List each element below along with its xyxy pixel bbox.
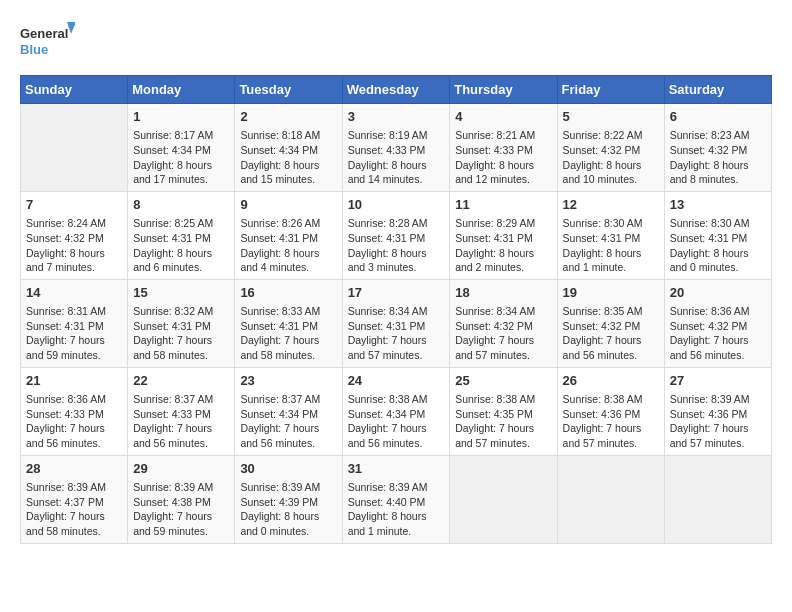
calendar-cell: 30Sunrise: 8:39 AM Sunset: 4:39 PM Dayli…	[235, 455, 342, 543]
day-info: Sunrise: 8:39 AM Sunset: 4:37 PM Dayligh…	[26, 480, 122, 539]
calendar-week-row: 14Sunrise: 8:31 AM Sunset: 4:31 PM Dayli…	[21, 279, 772, 367]
day-info: Sunrise: 8:26 AM Sunset: 4:31 PM Dayligh…	[240, 216, 336, 275]
day-number: 26	[563, 372, 659, 390]
calendar-cell: 22Sunrise: 8:37 AM Sunset: 4:33 PM Dayli…	[128, 367, 235, 455]
logo-svg: General Blue	[20, 20, 75, 65]
calendar-week-row: 21Sunrise: 8:36 AM Sunset: 4:33 PM Dayli…	[21, 367, 772, 455]
day-number: 20	[670, 284, 766, 302]
day-info: Sunrise: 8:21 AM Sunset: 4:33 PM Dayligh…	[455, 128, 551, 187]
calendar-cell: 17Sunrise: 8:34 AM Sunset: 4:31 PM Dayli…	[342, 279, 450, 367]
calendar-week-row: 1Sunrise: 8:17 AM Sunset: 4:34 PM Daylig…	[21, 104, 772, 192]
logo: General Blue	[20, 20, 75, 65]
day-number: 14	[26, 284, 122, 302]
calendar-cell	[450, 455, 557, 543]
calendar-cell: 5Sunrise: 8:22 AM Sunset: 4:32 PM Daylig…	[557, 104, 664, 192]
day-info: Sunrise: 8:39 AM Sunset: 4:38 PM Dayligh…	[133, 480, 229, 539]
day-info: Sunrise: 8:39 AM Sunset: 4:39 PM Dayligh…	[240, 480, 336, 539]
day-info: Sunrise: 8:32 AM Sunset: 4:31 PM Dayligh…	[133, 304, 229, 363]
day-number: 13	[670, 196, 766, 214]
day-info: Sunrise: 8:23 AM Sunset: 4:32 PM Dayligh…	[670, 128, 766, 187]
calendar-cell: 19Sunrise: 8:35 AM Sunset: 4:32 PM Dayli…	[557, 279, 664, 367]
calendar-cell: 26Sunrise: 8:38 AM Sunset: 4:36 PM Dayli…	[557, 367, 664, 455]
day-number: 31	[348, 460, 445, 478]
calendar-cell: 3Sunrise: 8:19 AM Sunset: 4:33 PM Daylig…	[342, 104, 450, 192]
calendar-cell: 2Sunrise: 8:18 AM Sunset: 4:34 PM Daylig…	[235, 104, 342, 192]
calendar-week-row: 7Sunrise: 8:24 AM Sunset: 4:32 PM Daylig…	[21, 191, 772, 279]
calendar-cell: 20Sunrise: 8:36 AM Sunset: 4:32 PM Dayli…	[664, 279, 771, 367]
weekday-header: Thursday	[450, 76, 557, 104]
calendar-cell: 9Sunrise: 8:26 AM Sunset: 4:31 PM Daylig…	[235, 191, 342, 279]
calendar-header-row: SundayMondayTuesdayWednesdayThursdayFrid…	[21, 76, 772, 104]
calendar-cell: 15Sunrise: 8:32 AM Sunset: 4:31 PM Dayli…	[128, 279, 235, 367]
calendar-cell	[557, 455, 664, 543]
day-number: 19	[563, 284, 659, 302]
day-info: Sunrise: 8:38 AM Sunset: 4:35 PM Dayligh…	[455, 392, 551, 451]
day-info: Sunrise: 8:28 AM Sunset: 4:31 PM Dayligh…	[348, 216, 445, 275]
calendar-cell: 11Sunrise: 8:29 AM Sunset: 4:31 PM Dayli…	[450, 191, 557, 279]
weekday-header: Saturday	[664, 76, 771, 104]
day-number: 6	[670, 108, 766, 126]
day-info: Sunrise: 8:30 AM Sunset: 4:31 PM Dayligh…	[670, 216, 766, 275]
weekday-header: Friday	[557, 76, 664, 104]
day-number: 28	[26, 460, 122, 478]
calendar-table: SundayMondayTuesdayWednesdayThursdayFrid…	[20, 75, 772, 544]
calendar-cell: 4Sunrise: 8:21 AM Sunset: 4:33 PM Daylig…	[450, 104, 557, 192]
weekday-header: Sunday	[21, 76, 128, 104]
day-number: 11	[455, 196, 551, 214]
day-info: Sunrise: 8:25 AM Sunset: 4:31 PM Dayligh…	[133, 216, 229, 275]
day-number: 25	[455, 372, 551, 390]
day-info: Sunrise: 8:39 AM Sunset: 4:40 PM Dayligh…	[348, 480, 445, 539]
day-info: Sunrise: 8:36 AM Sunset: 4:33 PM Dayligh…	[26, 392, 122, 451]
calendar-cell: 23Sunrise: 8:37 AM Sunset: 4:34 PM Dayli…	[235, 367, 342, 455]
calendar-cell: 7Sunrise: 8:24 AM Sunset: 4:32 PM Daylig…	[21, 191, 128, 279]
day-info: Sunrise: 8:39 AM Sunset: 4:36 PM Dayligh…	[670, 392, 766, 451]
day-info: Sunrise: 8:33 AM Sunset: 4:31 PM Dayligh…	[240, 304, 336, 363]
day-info: Sunrise: 8:38 AM Sunset: 4:34 PM Dayligh…	[348, 392, 445, 451]
day-number: 1	[133, 108, 229, 126]
day-number: 8	[133, 196, 229, 214]
calendar-cell: 16Sunrise: 8:33 AM Sunset: 4:31 PM Dayli…	[235, 279, 342, 367]
day-info: Sunrise: 8:17 AM Sunset: 4:34 PM Dayligh…	[133, 128, 229, 187]
day-number: 15	[133, 284, 229, 302]
day-number: 29	[133, 460, 229, 478]
day-info: Sunrise: 8:37 AM Sunset: 4:33 PM Dayligh…	[133, 392, 229, 451]
day-info: Sunrise: 8:24 AM Sunset: 4:32 PM Dayligh…	[26, 216, 122, 275]
svg-text:Blue: Blue	[20, 42, 48, 57]
day-info: Sunrise: 8:34 AM Sunset: 4:32 PM Dayligh…	[455, 304, 551, 363]
calendar-cell: 29Sunrise: 8:39 AM Sunset: 4:38 PM Dayli…	[128, 455, 235, 543]
calendar-cell: 14Sunrise: 8:31 AM Sunset: 4:31 PM Dayli…	[21, 279, 128, 367]
day-info: Sunrise: 8:18 AM Sunset: 4:34 PM Dayligh…	[240, 128, 336, 187]
day-number: 23	[240, 372, 336, 390]
weekday-header: Wednesday	[342, 76, 450, 104]
day-number: 22	[133, 372, 229, 390]
calendar-cell: 18Sunrise: 8:34 AM Sunset: 4:32 PM Dayli…	[450, 279, 557, 367]
calendar-cell: 1Sunrise: 8:17 AM Sunset: 4:34 PM Daylig…	[128, 104, 235, 192]
day-number: 12	[563, 196, 659, 214]
calendar-cell	[664, 455, 771, 543]
calendar-cell: 10Sunrise: 8:28 AM Sunset: 4:31 PM Dayli…	[342, 191, 450, 279]
calendar-week-row: 28Sunrise: 8:39 AM Sunset: 4:37 PM Dayli…	[21, 455, 772, 543]
day-number: 27	[670, 372, 766, 390]
day-number: 18	[455, 284, 551, 302]
calendar-cell: 28Sunrise: 8:39 AM Sunset: 4:37 PM Dayli…	[21, 455, 128, 543]
day-number: 4	[455, 108, 551, 126]
weekday-header: Tuesday	[235, 76, 342, 104]
calendar-cell: 12Sunrise: 8:30 AM Sunset: 4:31 PM Dayli…	[557, 191, 664, 279]
calendar-cell: 6Sunrise: 8:23 AM Sunset: 4:32 PM Daylig…	[664, 104, 771, 192]
calendar-cell: 25Sunrise: 8:38 AM Sunset: 4:35 PM Dayli…	[450, 367, 557, 455]
day-number: 16	[240, 284, 336, 302]
day-info: Sunrise: 8:35 AM Sunset: 4:32 PM Dayligh…	[563, 304, 659, 363]
weekday-header: Monday	[128, 76, 235, 104]
day-number: 2	[240, 108, 336, 126]
day-number: 5	[563, 108, 659, 126]
calendar-cell: 8Sunrise: 8:25 AM Sunset: 4:31 PM Daylig…	[128, 191, 235, 279]
day-info: Sunrise: 8:34 AM Sunset: 4:31 PM Dayligh…	[348, 304, 445, 363]
day-info: Sunrise: 8:36 AM Sunset: 4:32 PM Dayligh…	[670, 304, 766, 363]
day-number: 17	[348, 284, 445, 302]
calendar-cell: 13Sunrise: 8:30 AM Sunset: 4:31 PM Dayli…	[664, 191, 771, 279]
day-number: 30	[240, 460, 336, 478]
page-header: General Blue	[20, 20, 772, 65]
day-number: 24	[348, 372, 445, 390]
day-info: Sunrise: 8:38 AM Sunset: 4:36 PM Dayligh…	[563, 392, 659, 451]
svg-text:General: General	[20, 26, 68, 41]
